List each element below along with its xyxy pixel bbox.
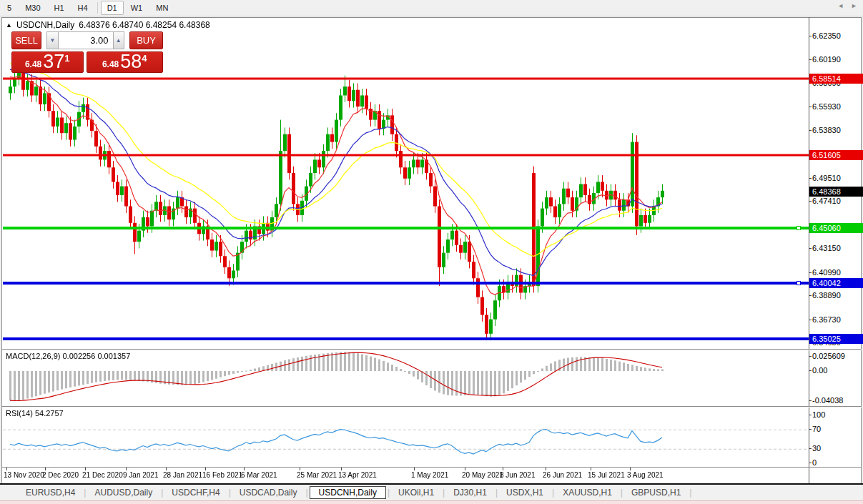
date-tick-mark xyxy=(414,468,415,470)
timeframe-button-d1[interactable]: D1 xyxy=(101,1,124,15)
date-tick-mark xyxy=(244,468,245,470)
symbol-tab-usdcad[interactable]: USDCAD,Daily xyxy=(232,487,305,498)
tab-separator: | xyxy=(443,488,445,498)
symbol-tab-usdx[interactable]: USDX,H1 xyxy=(499,487,551,498)
timeframe-button-5[interactable]: 5 xyxy=(1,1,18,15)
price-axis-label: 6.36730 xyxy=(812,315,841,324)
date-axis-label: 9 Jan 2021 xyxy=(123,471,159,479)
sell-price-pips: 37 xyxy=(43,52,64,72)
chart-ohlc-values: 6.48376 6.48740 6.48254 6.48368 xyxy=(79,20,210,30)
timeframe-button-h4[interactable]: H4 xyxy=(71,1,94,15)
date-axis-label: 2 Dec 2020 xyxy=(42,471,79,479)
indicator-axis-label: 0 xyxy=(812,458,817,467)
timeframe-toolbar: 5M30H1H4D1W1MN xyxy=(0,0,863,16)
volume-input[interactable] xyxy=(59,31,113,49)
symbol-tab-eurusd[interactable]: EURUSD,H4 xyxy=(19,487,82,498)
buy-button[interactable]: BUY xyxy=(129,31,163,49)
rsi-indicator-canvas[interactable] xyxy=(3,407,809,468)
date-axis-label: 3 Aug 2021 xyxy=(627,471,664,479)
price-axis-label: 6.47410 xyxy=(812,197,841,205)
sell-price-button[interactable]: 6.48 37 1 xyxy=(11,51,84,73)
price-level-badge: 6.58514 xyxy=(809,74,863,84)
symbol-tab-bar: EURUSD,H4|AUDUSD,Daily|USDCHF,H4|USDCAD,… xyxy=(0,485,863,500)
panel-divider-dates xyxy=(2,467,862,468)
tab-scroll-left-icon[interactable]: ◄ xyxy=(837,2,844,9)
timeframe-button-mn[interactable]: MN xyxy=(149,1,174,15)
date-axis-label: 16 Feb 2021 xyxy=(202,471,242,479)
date-tick-mark xyxy=(591,468,591,470)
price-level-badge: 6.48368 xyxy=(809,187,863,197)
date-tick-mark xyxy=(341,468,342,470)
symbol-marker-icon: ▲ xyxy=(6,21,12,29)
buy-price-pips: 58 xyxy=(120,52,142,72)
tab-separator: | xyxy=(621,488,623,498)
tab-separator: | xyxy=(229,488,231,498)
tab-separator: | xyxy=(305,488,307,498)
buy-price-button[interactable]: 6.48 58 4 xyxy=(87,51,163,73)
date-axis-label: 25 Mar 2021 xyxy=(297,471,337,479)
date-axis-label: 15 Jul 2021 xyxy=(588,471,625,479)
timeframe-button-m30[interactable]: M30 xyxy=(19,1,46,15)
symbol-tab-xauusd[interactable]: XAUUSD,H1 xyxy=(556,487,619,498)
tab-separator: | xyxy=(388,488,390,498)
price-axis-label: 6.60190 xyxy=(812,55,841,64)
symbol-tab-usdchf[interactable]: USDCHF,H4 xyxy=(164,487,227,498)
symbol-tab-ukoil[interactable]: UKOil,H1 xyxy=(391,487,441,498)
indicator-axis-label: 0.00 xyxy=(812,366,827,375)
sell-button[interactable]: SELL xyxy=(11,31,41,49)
symbol-tab-gbpusd[interactable]: GBPUSD,H1 xyxy=(624,487,688,498)
buy-price-base: 6.48 xyxy=(102,59,119,72)
date-tick-mark xyxy=(630,468,631,470)
tab-scroll-right-icon[interactable]: ► xyxy=(851,2,857,9)
price-axis-label: 6.62350 xyxy=(812,31,841,40)
date-axis-label: 28 Jan 2021 xyxy=(163,471,202,479)
date-tick-mark xyxy=(166,468,167,470)
date-tick-mark xyxy=(205,468,206,470)
date-axis-label: 6 Mar 2021 xyxy=(241,471,277,479)
volume-decrease-button[interactable]: ▼ xyxy=(46,31,58,49)
date-tick-mark xyxy=(300,468,300,470)
price-axis-label: 6.55930 xyxy=(812,102,841,111)
date-axis-label: 26 Jun 2021 xyxy=(543,471,582,479)
price-axis-label: 6.38890 xyxy=(812,291,841,300)
timeframe-button-w1[interactable]: W1 xyxy=(124,1,149,15)
price-axis-label: 6.53830 xyxy=(812,126,841,134)
indicator-axis-label: 70 xyxy=(812,425,821,433)
price-axis-label: 6.40990 xyxy=(812,268,841,277)
tab-separator: | xyxy=(495,488,498,498)
indicator-axis-label: -0.04038 xyxy=(812,396,843,405)
symbol-tab-dj30[interactable]: DJ30,H1 xyxy=(446,487,494,498)
date-axis-label: 13 Nov 2020 xyxy=(4,471,44,479)
date-axis-label: 13 Apr 2021 xyxy=(338,471,377,479)
date-tick-mark xyxy=(6,468,7,470)
indicator-axis-label: 100 xyxy=(812,410,825,419)
indicator-axis-label: 30 xyxy=(812,444,821,453)
date-axis-label: 1 May 2021 xyxy=(411,471,448,479)
chart-title: ▲ USDCNH,Daily 6.48376 6.48740 6.48254 6… xyxy=(6,20,210,30)
sell-price-base: 6.48 xyxy=(25,59,41,72)
date-tick-mark xyxy=(503,468,503,470)
price-level-badge: 6.51605 xyxy=(809,150,863,160)
date-tick-mark xyxy=(45,468,46,470)
price-axis-label: 6.43150 xyxy=(812,244,841,252)
one-click-trading-panel: SELL ▼ ▲ BUY 6.48 37 1 6.48 58 4 xyxy=(11,31,163,73)
date-tick-mark xyxy=(546,468,546,470)
date-axis-label: 21 Dec 2020 xyxy=(82,471,123,479)
timeframe-button-h1[interactable]: H1 xyxy=(48,1,71,15)
chart-bottom-border xyxy=(0,483,863,485)
buy-price-pipette: 4 xyxy=(142,53,147,64)
date-tick-mark xyxy=(126,468,127,470)
price-level-badge: 6.40042 xyxy=(809,278,863,288)
tab-separator: | xyxy=(689,488,691,498)
symbol-tab-audusd[interactable]: AUDUSD,Daily xyxy=(87,487,159,498)
panel-divider-rsi[interactable] xyxy=(2,406,862,407)
volume-increase-button[interactable]: ▲ xyxy=(113,31,124,49)
macd-label: MACD(12,26,9) 0.002256 0.001357 xyxy=(6,352,130,360)
date-axis-label: 8 Jun 2021 xyxy=(500,471,536,479)
panel-divider-macd[interactable] xyxy=(2,349,862,350)
symbol-tab-usdcnh[interactable]: USDCNH,Daily xyxy=(310,486,386,499)
chart-symbol-period: USDCNH,Daily xyxy=(16,20,74,30)
date-tick-mark xyxy=(465,468,465,470)
tab-separator: | xyxy=(552,488,554,498)
bottom-strip xyxy=(0,500,863,504)
